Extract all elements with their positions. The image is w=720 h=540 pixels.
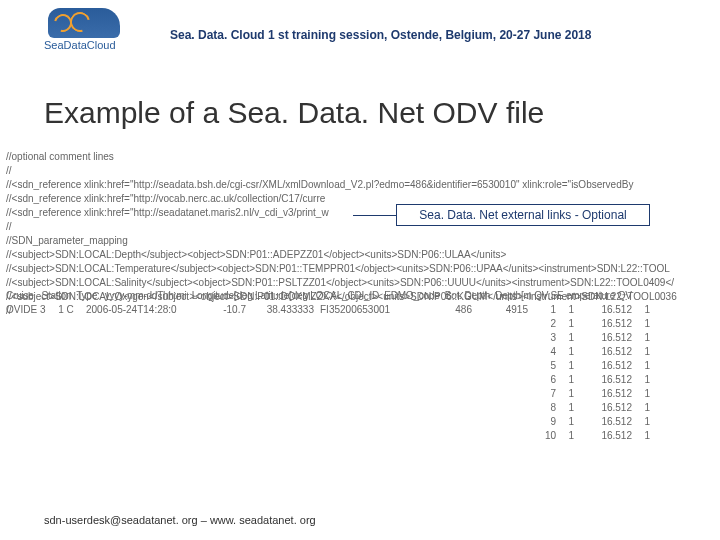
footer-contact: sdn-userdesk@seadatanet. org – www. sead… [44,514,316,526]
table-row: OVIDE 31 C2006-05-24T14:28:0-10.738.4333… [6,304,718,315]
table-header: Cruise Station Type yyyy-mm-ddThh:mi Lon… [6,290,718,301]
file-line: //SDN_parameter_mapping [6,234,718,248]
table-row: 10116.5121 [6,430,718,441]
file-line: //<subject>SDN:LOCAL:Temperature</subjec… [6,262,718,276]
callout-box: Sea. Data. Net external links - Optional [396,204,650,226]
logo: SeaDataCloud [44,8,124,58]
slide-title: Example of a Sea. Data. Net ODV file [44,96,544,130]
table-row: 8116.5121 [6,402,718,413]
cloud-icon [48,8,120,38]
logo-text: SeaDataCloud [44,39,124,51]
file-line: //optional comment lines [6,150,718,164]
file-line: // [6,164,718,178]
table-row: 6116.5121 [6,374,718,385]
file-line: //<sdn_reference xlink:href="http://sead… [6,178,718,192]
file-line: //<subject>SDN:LOCAL:Depth</subject><obj… [6,248,718,262]
table-row: 2116.5121 [6,318,718,329]
session-header: Sea. Data. Cloud 1 st training session, … [170,28,591,42]
table-row: 4116.5121 [6,346,718,357]
file-line: //<subject>SDN:LOCAL:Salinity</subject><… [6,276,718,290]
table-row: 7116.5121 [6,388,718,399]
table-row: 5116.5121 [6,360,718,371]
callout-label: Sea. Data. Net external links - Optional [419,208,626,222]
table-row: 3116.5121 [6,332,718,343]
table-row: 9116.5121 [6,416,718,427]
